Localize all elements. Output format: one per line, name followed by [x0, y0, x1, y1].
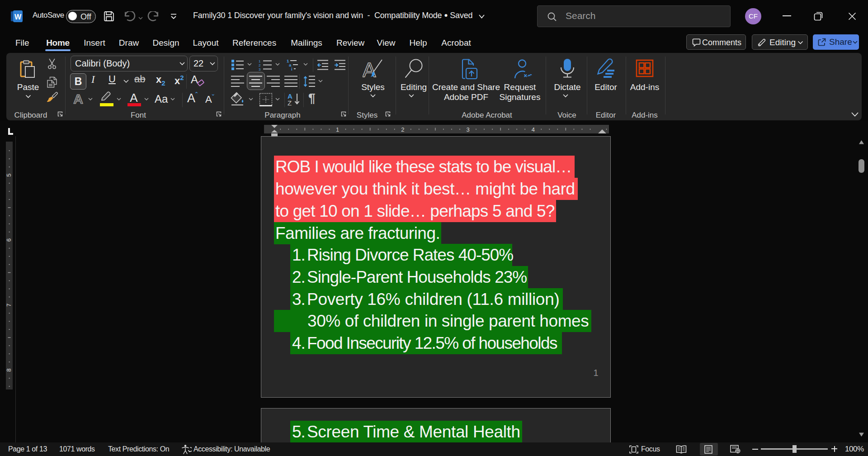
svg-text:Z: Z — [288, 99, 292, 106]
svg-text:4: 4 — [532, 126, 535, 133]
svg-text:8: 8 — [6, 368, 12, 371]
svg-text:7: 7 — [6, 304, 12, 307]
svg-text:2: 2 — [401, 126, 404, 133]
svg-text:3: 3 — [259, 67, 261, 71]
svg-text:1: 1 — [259, 59, 261, 63]
svg-text:5: 5 — [6, 173, 12, 176]
svg-text:i: i — [291, 66, 292, 71]
svg-text:A: A — [73, 92, 83, 105]
svg-text:A: A — [363, 59, 376, 80]
svg-text:W: W — [14, 13, 22, 21]
svg-text:6: 6 — [6, 238, 12, 242]
svg-text:1: 1 — [336, 126, 339, 133]
svg-text:3: 3 — [466, 126, 469, 133]
